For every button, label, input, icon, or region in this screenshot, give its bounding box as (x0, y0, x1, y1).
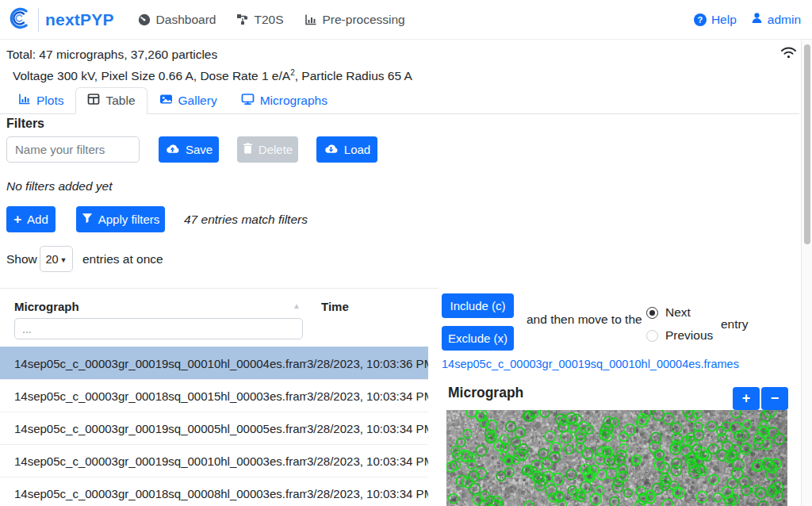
tab-micrographs[interactable]: Micrographs (229, 87, 339, 114)
user-menu[interactable]: admin (751, 12, 801, 27)
micrograph-time-cell: 3/28/2023, 10:03:34 PM (307, 389, 428, 403)
plus-icon: + (13, 213, 21, 226)
help-label: Help (711, 13, 737, 27)
show-label: Show (6, 252, 37, 266)
wifi-status-icon (780, 46, 797, 63)
funnel-icon (82, 213, 93, 226)
micrograph-table: Micrograph ▲ Time 14sep05c_c_00003gr_000… (0, 297, 428, 506)
delete-label: Delete (259, 143, 293, 156)
column-header-time[interactable]: Time (321, 300, 349, 313)
trash-icon (243, 143, 253, 156)
add-filter-button[interactable]: + Add (6, 206, 56, 232)
micrograph-name-cell: 14sep05c_c_00003gr_00019sq_00010hl_00003… (0, 454, 307, 468)
chevron-down-icon: ▼ (60, 256, 67, 264)
move-to-text: and then move to the (527, 312, 642, 327)
tab-bar: Plots Table Gallery (0, 88, 799, 114)
page-scrollbar (801, 40, 812, 506)
params-suffix: , Particle Radius 65 A (295, 69, 412, 82)
cloud-upload-icon (165, 143, 180, 157)
user-label: admin (768, 13, 801, 27)
plots-icon (18, 93, 31, 109)
tab-label: Gallery (178, 94, 217, 108)
zoom-in-button[interactable]: + (733, 387, 760, 410)
table-row[interactable]: 14sep05c_c_00003gr_00018sq_00008hl_00003… (0, 477, 428, 506)
include-button[interactable]: Include (c) (442, 293, 514, 318)
page-size-value: 20 (45, 253, 58, 266)
divider (0, 288, 439, 289)
brand-divider (38, 8, 39, 32)
load-label: Load (344, 143, 370, 156)
entry-text: entry (721, 317, 748, 332)
micrograph-time-cell: 3/28/2023, 10:03:36 PM (307, 357, 428, 370)
help-link[interactable]: ? Help (694, 13, 737, 27)
load-filters-button[interactable]: Load (316, 136, 377, 163)
micrograph-name-cell: 14sep05c_c_00003gr_00018sq_00008hl_00003… (0, 487, 307, 500)
chart-bars-icon (304, 13, 317, 26)
tab-label: Plots (36, 94, 63, 108)
dashboard-gauge-icon (138, 13, 151, 26)
tab-label: Table (105, 94, 135, 108)
params-prefix: Voltage 300 kV, Pixel Size 0.66 A, Dose … (13, 69, 290, 82)
show-suffix: entries at once (82, 252, 163, 266)
apply-filters-label: Apply filters (98, 213, 160, 226)
table-row[interactable]: 14sep05c_c_00003gr_00019sq_00010hl_00003… (0, 444, 428, 477)
column-filter-input[interactable] (14, 318, 303, 339)
table-row[interactable]: 14sep05c_c_00003gr_00019sq_00010hl_00004… (0, 347, 428, 379)
filters-heading: Filters (6, 117, 44, 131)
nav-item-preprocessing[interactable]: Pre-processing (304, 13, 405, 27)
radio-next[interactable]: Next (646, 305, 691, 320)
sort-ascending-icon[interactable]: ▲ (293, 301, 301, 310)
page-size-select[interactable]: 20 ▼ (40, 246, 73, 272)
apply-filters-button[interactable]: Apply filters (76, 206, 165, 232)
logo-swirl-icon (8, 6, 32, 33)
radio-button-icon (646, 307, 658, 319)
zoom-out-button[interactable]: − (761, 387, 788, 410)
table-header: Micrograph ▲ Time (0, 297, 428, 347)
micrograph-name-cell: 14sep05c_c_00003gr_00019sq_00005hl_00005… (0, 422, 307, 435)
save-label: Save (186, 143, 213, 156)
radio-previous-label: Previous (665, 328, 713, 343)
micrograph-image[interactable] (446, 410, 787, 506)
tab-gallery[interactable]: Gallery (147, 87, 229, 114)
table-row[interactable]: 14sep05c_c_00003gr_00019sq_00005hl_00005… (0, 412, 428, 444)
table-icon (87, 93, 100, 109)
summary-total: Total: 47 micrographs, 37,260 particles (6, 48, 217, 62)
no-filters-text: No filters added yet (6, 179, 113, 194)
micrograph-panel-heading: Micrograph (448, 385, 523, 401)
nav-item-label: T20S (254, 13, 283, 27)
scrollbar-thumb[interactable] (804, 44, 810, 244)
radio-previous[interactable]: Previous (646, 328, 713, 343)
project-nodes-icon (236, 13, 248, 25)
monitor-icon (241, 93, 255, 109)
summary-parameters: Voltage 300 kV, Pixel Size 0.66 A, Dose … (13, 68, 412, 83)
nav-links: Dashboard T20S (138, 13, 405, 27)
filter-name-input[interactable] (6, 136, 140, 163)
radio-next-label: Next (665, 305, 691, 320)
micrograph-name-cell: 14sep05c_c_00003gr_00018sq_00015hl_00003… (0, 389, 307, 403)
nav-item-project-t20s[interactable]: T20S (236, 13, 283, 27)
radio-button-icon (646, 330, 658, 342)
app-root: nextPYP Dashboard (0, 0, 812, 506)
zoom-controls: + − (733, 387, 788, 410)
exclude-button[interactable]: Exclude (x) (442, 326, 514, 351)
gallery-icon (159, 93, 173, 109)
nav-item-label: Dashboard (156, 13, 216, 27)
brand-name: nextPYP (45, 10, 114, 29)
user-icon (751, 12, 763, 27)
tab-table[interactable]: Table (75, 87, 147, 114)
navbar: nextPYP Dashboard (0, 0, 812, 40)
table-row[interactable]: 14sep05c_c_00003gr_00018sq_00015hl_00003… (0, 379, 428, 412)
tab-plots[interactable]: Plots (6, 87, 75, 114)
delete-filters-button[interactable]: Delete (237, 136, 298, 163)
help-icon: ? (694, 13, 707, 26)
brand[interactable]: nextPYP (8, 6, 114, 33)
cloud-download-icon (324, 143, 339, 157)
column-header-micrograph[interactable]: Micrograph (14, 300, 79, 313)
entries-match-text: 47 entries match filters (184, 213, 308, 227)
micrograph-name-cell: 14sep05c_c_00003gr_00019sq_00010hl_00004… (0, 357, 307, 370)
add-label: Add (27, 213, 48, 226)
save-filters-button[interactable]: Save (159, 136, 219, 163)
micrograph-time-cell: 3/28/2023, 10:03:34 PM (307, 487, 428, 500)
nav-item-dashboard[interactable]: Dashboard (138, 13, 216, 27)
selected-micrograph-link[interactable]: 14sep05c_c_00003gr_00019sq_00010hl_00004… (442, 358, 739, 370)
